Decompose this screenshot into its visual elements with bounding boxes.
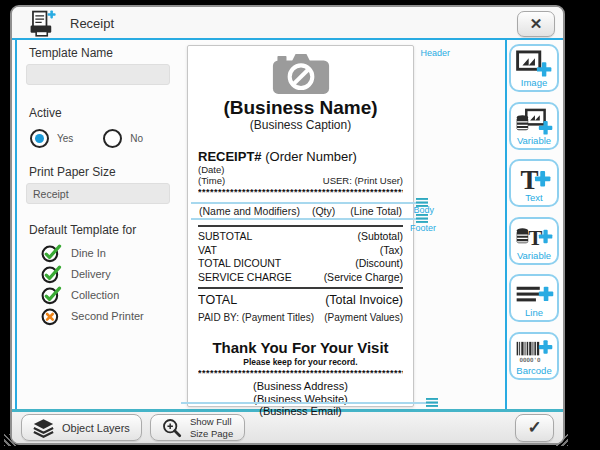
subtotal-row[interactable]: SUBTOTAL(Subtotal) — [198, 230, 403, 244]
region-label-header: Header — [420, 48, 450, 58]
row-value: (Subtotal) — [357, 230, 403, 244]
business-email-object[interactable]: (Business Email) — [198, 406, 403, 418]
paper-size-input[interactable] — [26, 183, 170, 204]
default-template-label: Default Template for — [29, 223, 184, 237]
show-full-size-button[interactable]: Show Full Size Page — [150, 414, 245, 441]
database-image-plus-icon — [513, 108, 555, 135]
line-plus-icon — [513, 280, 555, 307]
vat-row[interactable]: VAT(Tax) — [198, 244, 403, 258]
receipt-preview-canvas[interactable]: Header (Business Name) (Business Caption… — [187, 45, 414, 407]
body-top-boundary — [191, 202, 428, 204]
object-layers-button[interactable]: Object Layers — [21, 414, 142, 441]
default-option-delivery[interactable]: Delivery — [41, 263, 184, 284]
active-label: Active — [29, 106, 184, 120]
layers-icon — [33, 418, 54, 438]
service-charge-row[interactable]: SERVICE CHARGE(Service Charge) — [198, 271, 403, 285]
tool-label: Image — [521, 77, 547, 88]
receipt-body-band[interactable]: (Name and Modifiers) (Qty) (Line Total) … — [198, 202, 403, 220]
confirm-icon: ✓ — [527, 417, 541, 438]
paid-by-row[interactable]: PAID BY: (Payment Titles)(Payment Values… — [198, 312, 403, 324]
confirm-button[interactable]: ✓ — [515, 414, 554, 442]
business-caption-object[interactable]: (Business Caption) — [198, 118, 403, 133]
business-logo-placeholder[interactable] — [198, 53, 403, 97]
content-area: Template Name Active Yes No Print Paper … — [12, 40, 563, 409]
total-row[interactable]: TOTAL(Total Invoice) — [198, 293, 403, 308]
row-value: (Discount) — [355, 257, 403, 271]
toolbox-panel: Image Variable T — [509, 44, 559, 389]
region-label-body: Body — [413, 205, 434, 215]
keep-note-object[interactable]: Please keep for your record. — [198, 357, 403, 367]
tool-label: Text — [525, 192, 542, 203]
discount-row[interactable]: TOTAL DICOUNT(Discount) — [198, 257, 403, 271]
receipt-number-label: RECEIPT# — [198, 149, 262, 164]
separator-line-object[interactable]: ****************************************… — [198, 369, 403, 378]
template-name-label: Template Name — [29, 46, 184, 60]
item-qty-column[interactable]: (Qty) — [312, 205, 335, 217]
default-option-second-printer[interactable]: Second Printer — [41, 305, 184, 326]
paper-size-label: Print Paper Size — [29, 165, 184, 179]
item-total-column[interactable]: (Line Total) — [350, 205, 402, 217]
tool-label: Variable — [517, 250, 551, 261]
object-layers-label: Object Layers — [62, 422, 130, 434]
row-label: SUBTOTAL — [198, 230, 252, 244]
add-text-variable-button[interactable]: T Variable — [509, 217, 559, 265]
row-value: (Payment Values) — [324, 312, 403, 324]
divider-rule[interactable] — [198, 225, 403, 227]
screen: Receipt ✕ Template Name Active Yes N — [0, 0, 600, 450]
active-yes-label: Yes — [57, 133, 73, 144]
add-text-button[interactable]: T Text — [509, 159, 559, 207]
row-label: SERVICE CHARGE — [198, 271, 292, 285]
business-address-object[interactable]: (Business Address) — [198, 381, 403, 393]
left-boundary-line — [15, 40, 17, 409]
title-bar: Receipt ✕ — [12, 7, 563, 38]
item-name-column[interactable]: (Name and Modifiers) — [199, 205, 312, 217]
row-label: PAID BY: (Payment Titles) — [198, 312, 314, 324]
add-image-button[interactable]: Image — [509, 44, 559, 92]
row-label: TOTAL DICOUNT — [198, 257, 281, 271]
totals-block[interactable]: SUBTOTAL(Subtotal) VAT(Tax) TOTAL DICOUN… — [198, 230, 403, 284]
checked-circle-icon — [41, 243, 62, 263]
thank-you-object[interactable]: Thank You For Your Visit — [198, 339, 403, 357]
text-plus-icon: T — [513, 165, 555, 192]
divider-rule[interactable] — [198, 287, 403, 289]
user-object[interactable]: USER: (Print User) — [323, 175, 403, 186]
close-button[interactable]: ✕ — [517, 11, 555, 37]
show-full-label-line2: Size Page — [190, 428, 233, 439]
footer-end-grip-icon[interactable] — [426, 398, 438, 407]
row-value: (Total Invoice) — [325, 293, 403, 308]
row-value: (Tax) — [380, 244, 403, 258]
settings-panel: Template Name Active Yes No Print Paper … — [26, 40, 184, 326]
zoom-icon — [162, 418, 182, 438]
svg-text:0000'0: 0000'0 — [520, 356, 541, 362]
template-name-input[interactable] — [26, 64, 170, 85]
default-option-collection[interactable]: Collection — [41, 284, 184, 305]
add-barcode-button[interactable]: 0000'0 Barcode — [509, 332, 559, 380]
crossed-circle-icon — [41, 306, 62, 326]
checked-circle-icon — [41, 264, 62, 284]
tool-label: Barcode — [516, 365, 551, 376]
default-option-dine-in[interactable]: Dine In — [41, 242, 184, 263]
footer-end-boundary — [181, 402, 438, 404]
window-title: Receipt — [70, 16, 114, 31]
add-line-button[interactable]: Line — [509, 274, 559, 322]
active-no-radio[interactable] — [103, 129, 122, 148]
no-image-camera-icon — [272, 53, 330, 95]
image-plus-icon — [513, 50, 555, 77]
active-yes-radio[interactable] — [30, 129, 49, 148]
option-label: Second Printer — [71, 310, 144, 322]
separator-line-object[interactable]: ****************************************… — [198, 188, 403, 197]
barcode-plus-icon: 0000'0 — [513, 338, 555, 365]
option-label: Dine In — [71, 247, 106, 259]
time-object[interactable]: (Time) — [198, 175, 225, 186]
database-text-plus-icon: T — [513, 223, 555, 250]
add-image-variable-button[interactable]: Variable — [509, 102, 559, 150]
option-label: Delivery — [71, 268, 111, 280]
row-label: TOTAL — [198, 293, 237, 308]
row-label: VAT — [198, 244, 217, 258]
show-full-label-line1: Show Full — [190, 416, 232, 427]
tool-label: Line — [525, 307, 543, 318]
receipt-number-object[interactable]: RECEIPT# (Order Number) — [198, 149, 403, 164]
receipt-template-icon — [29, 10, 56, 37]
business-name-object[interactable]: (Business Name) — [198, 97, 403, 118]
date-object[interactable]: (Date) — [198, 164, 403, 175]
